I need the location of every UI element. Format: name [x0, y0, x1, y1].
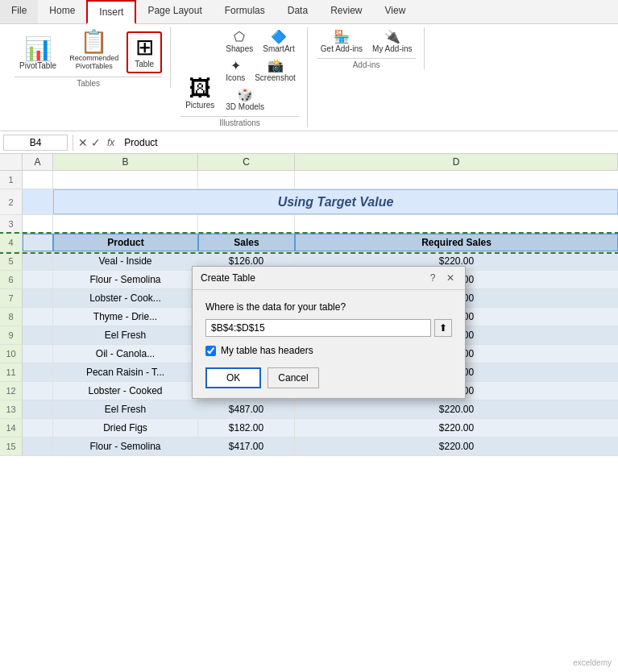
cell-d13[interactable]: $220.00 [295, 400, 618, 418]
cell-a12[interactable] [23, 382, 53, 400]
icons-label: Icons [226, 73, 245, 82]
col-header-c[interactable]: C [198, 154, 295, 170]
cell-b3[interactable] [53, 215, 198, 233]
cell-a3[interactable] [23, 215, 53, 233]
cell-c14[interactable]: $182.00 [198, 419, 295, 437]
cell-c4[interactable]: Sales [198, 234, 295, 251]
tab-formulas[interactable]: Formulas [214, 0, 276, 23]
cell-a13[interactable] [23, 400, 53, 418]
cell-c15[interactable]: $417.00 [198, 438, 295, 455]
ribbon-group-addins: 🏪 Get Add-ins 🔌 My Add-ins Add-ins [309, 27, 425, 69]
spreadsheet: A B C D 1 2 Using Target Value 3 [0, 154, 618, 672]
formula-bar: ✕ ✓ fx Product [0, 131, 618, 154]
col-header-a[interactable]: A [23, 154, 53, 170]
screenshot-button[interactable]: 📸 Screenshot [251, 56, 299, 84]
row-num-7: 7 [0, 289, 23, 307]
tab-review[interactable]: Review [319, 0, 373, 23]
dialog-question-text: Where is the data for your table? [205, 301, 452, 313]
cell-a2[interactable] [23, 189, 53, 214]
icons-row: ✦ Icons 📸 Screenshot [222, 56, 299, 84]
pivot-table-button[interactable]: 📊 PivotTable [15, 35, 61, 73]
cell-b5[interactable]: Veal - Inside [53, 252, 198, 270]
dialog-close-button[interactable]: ✕ [444, 272, 457, 284]
confirm-formula-icon[interactable]: ✓ [91, 136, 101, 149]
smartart-button[interactable]: 🔷 SmartArt [259, 27, 297, 55]
dialog-collapse-button[interactable]: ⬆ [434, 319, 452, 337]
cell-a15[interactable] [23, 438, 53, 455]
my-addins-button[interactable]: 🔌 My Add-ins [369, 27, 415, 55]
tab-data[interactable]: Data [276, 0, 319, 23]
shapes-icon: ⬠ [234, 29, 245, 44]
cell-b8[interactable]: Thyme - Drie... [53, 308, 198, 326]
row-num-3: 3 [0, 215, 23, 233]
row-num-2: 2 [0, 189, 23, 214]
cell-b9[interactable]: Eel Fresh [53, 326, 198, 344]
cell-a8[interactable] [23, 308, 53, 326]
dialog-window-controls: ? ✕ [426, 272, 457, 284]
dialog-cancel-button[interactable]: Cancel [268, 367, 318, 388]
row-2: 2 Using Target Value [0, 189, 618, 215]
cell-ref-input[interactable] [3, 135, 68, 151]
col-header-b[interactable]: B [53, 154, 198, 170]
formula-input[interactable]: Product [121, 135, 615, 150]
cell-b11[interactable]: Pecan Raisin - T... [53, 363, 198, 381]
dialog-title: Create Table [201, 272, 255, 284]
cell-b1[interactable] [53, 171, 198, 189]
cell-a6[interactable] [23, 271, 53, 288]
cell-d4[interactable]: Required Sales [295, 234, 618, 251]
cell-c3[interactable] [198, 215, 295, 233]
cell-d1[interactable] [295, 171, 618, 189]
row-3: 3 [0, 215, 618, 234]
row-num-8: 8 [0, 308, 23, 326]
tab-page-layout[interactable]: Page Layout [136, 0, 213, 23]
cell-b12[interactable]: Lobster - Cooked [53, 382, 198, 400]
dialog-titlebar: Create Table ? ✕ [193, 267, 465, 290]
cell-a9[interactable] [23, 326, 53, 344]
tab-insert[interactable]: Insert [86, 0, 136, 24]
cell-b2-merged[interactable]: Using Target Value [53, 189, 618, 214]
cell-a1[interactable] [23, 171, 53, 189]
col-header-d[interactable]: D [295, 154, 618, 170]
cell-b6[interactable]: Flour - Semolina [53, 271, 198, 288]
watermark: exceldemy [573, 658, 612, 667]
row-num-13: 13 [0, 400, 23, 418]
cancel-formula-icon[interactable]: ✕ [78, 136, 88, 149]
shapes-button[interactable]: ⬠ Shapes [222, 27, 256, 55]
cell-b4[interactable]: Product [53, 234, 198, 251]
cell-a4[interactable] [23, 234, 53, 251]
pictures-button[interactable]: 🖼 Pictures [180, 74, 219, 113]
row-num-1: 1 [0, 171, 23, 189]
cell-b7[interactable]: Lobster - Cook... [53, 289, 198, 307]
cell-d3[interactable] [295, 215, 618, 233]
table-icon: ⊞ [135, 36, 154, 59]
tab-home[interactable]: Home [38, 0, 86, 23]
cell-b14[interactable]: Dried Figs [53, 419, 198, 437]
cell-b13[interactable]: Eel Fresh [53, 400, 198, 418]
cell-a7[interactable] [23, 289, 53, 307]
pictures-label: Pictures [185, 101, 214, 110]
table-button[interactable]: ⊞ Table [127, 31, 162, 73]
cell-a14[interactable] [23, 419, 53, 437]
dialog-range-input[interactable] [205, 319, 431, 337]
dialog-headers-checkbox[interactable] [205, 346, 216, 356]
dialog-help-button[interactable]: ? [426, 272, 439, 284]
cell-a10[interactable] [23, 345, 53, 363]
cell-d15[interactable]: $220.00 [295, 438, 618, 455]
cell-a5[interactable] [23, 252, 53, 270]
get-addins-button[interactable]: 🏪 Get Add-ins [317, 27, 366, 55]
icons-button[interactable]: ✦ Icons [222, 56, 248, 84]
addins-items: 🏪 Get Add-ins 🔌 My Add-ins [317, 27, 416, 55]
cell-c1[interactable] [198, 171, 295, 189]
cell-c13[interactable]: $487.00 [198, 400, 295, 418]
recommended-pivot-button[interactable]: 📋 RecommendedPivotTables [64, 27, 123, 73]
cell-b15[interactable]: Flour - Semolina [53, 438, 198, 455]
dialog-ok-button[interactable]: OK [205, 367, 261, 388]
tab-file[interactable]: File [0, 0, 38, 23]
formula-divider [73, 135, 73, 151]
tab-view[interactable]: View [374, 0, 417, 23]
3d-models-button[interactable]: 🎲 3D Models [222, 85, 268, 113]
cell-a11[interactable] [23, 363, 53, 381]
cell-b10[interactable]: Oil - Canola... [53, 345, 198, 363]
illustrations-items: 🖼 Pictures ⬠ Shapes 🔷 SmartArt [180, 27, 299, 113]
cell-d14[interactable]: $220.00 [295, 419, 618, 437]
